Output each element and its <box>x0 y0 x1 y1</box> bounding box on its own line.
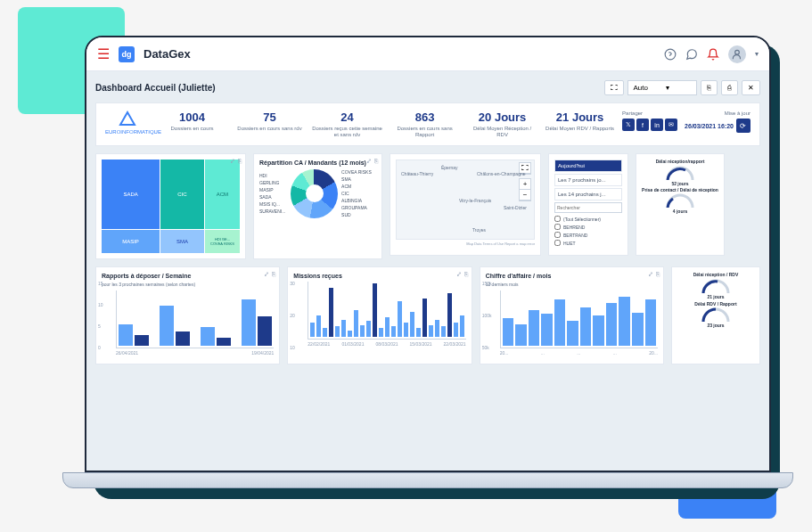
filter-search-input[interactable] <box>554 202 622 213</box>
kpi-delai-reception: 20 JoursDélai Moyen Réception / RDV <box>467 110 537 138</box>
company-logo: EUROINFORMATIQUE <box>105 110 150 135</box>
share-mail-icon[interactable]: ✉ <box>665 119 677 131</box>
share-linkedin-icon[interactable]: in <box>651 119 663 131</box>
missions-chart-card: ⤢⎘ Missions reçues 302010 22/02/202101/0… <box>287 266 472 364</box>
gauges-card-2: Délai réception / RDV 21 jours Délai RDV… <box>671 266 760 364</box>
filter-selectall[interactable]: (Tout Sélectionner) <box>554 216 622 222</box>
card-action-icon[interactable]: ⤢ <box>456 271 462 278</box>
brand-name: DataGex <box>144 47 191 61</box>
map-card: ⛶ +− Épernay Château-Thierry Châlons-en-… <box>390 153 541 256</box>
rapports-bar-chart[interactable] <box>116 291 274 348</box>
avatar[interactable] <box>728 45 746 63</box>
map-footer: Map Data Terms of Use Report a map error <box>396 241 535 246</box>
card-action-icon[interactable]: ⎘ <box>656 271 660 278</box>
expand-icon[interactable]: ⛶ <box>604 80 624 95</box>
bell-icon[interactable] <box>707 48 719 61</box>
missions-bar-chart[interactable] <box>308 282 465 340</box>
map[interactable]: ⛶ +− Épernay Château-Thierry Châlons-en-… <box>396 160 535 240</box>
treemap-cell[interactable]: ACM <box>205 160 240 229</box>
share-label: Partager <box>622 110 677 116</box>
kpi-dossiers-cours: 1004Dossiers en cours <box>157 110 227 132</box>
card-action-icon[interactable]: ⤢ <box>366 158 372 165</box>
treemap-cell[interactable]: MASIP <box>102 230 160 253</box>
filter-next14[interactable]: Les 14 prochains j... <box>554 188 622 201</box>
svg-point-1 <box>735 50 740 54</box>
ca-bar-chart[interactable] <box>500 291 658 348</box>
export-icon[interactable]: ⎘ <box>701 80 718 95</box>
rapports-chart-card: ⤢⎘ Rapports à déposer / Semaine pour les… <box>95 266 280 364</box>
filter-opt[interactable]: HUET <box>554 240 622 246</box>
card-action-icon[interactable]: ⤢ <box>230 158 235 165</box>
print-icon[interactable]: ⎙ <box>721 80 738 95</box>
update-label: Mise à jour <box>725 110 750 116</box>
topbar: ☰ dg DataGex ▾ <box>86 37 769 71</box>
kpi-sans-rdv: 75Dossiers en cours sans rdv <box>234 110 305 132</box>
treemap-cell[interactable]: CIC <box>160 160 204 229</box>
gauge-rdv-rapport <box>701 307 730 322</box>
pie-legend-left: HDI GERLINGMASIPSADAMSIS IQ...SURAVENI..… <box>259 172 287 215</box>
filter-opt[interactable]: BERTRAND <box>554 232 622 238</box>
kpi-recus-semaine: 24Dossiers reçus cette semaine et sans r… <box>312 110 382 138</box>
card-action-icon[interactable]: ⎘ <box>272 271 275 278</box>
map-zoom-in-icon[interactable]: + <box>520 179 530 190</box>
menu-icon[interactable]: ☰ <box>97 45 110 62</box>
app-logo: dg <box>119 46 135 62</box>
gauge-contact-reception <box>666 193 694 208</box>
ca-chart-card: ⤢⎘ Chiffre d'affaire / mois 12 derniers … <box>480 266 664 364</box>
filter-card: Aujourd'hui Les 7 prochains jo... Les 14… <box>548 153 628 256</box>
pie-chart[interactable] <box>291 169 338 218</box>
gauge-reception-rdv <box>701 279 730 293</box>
kpi-row: EUROINFORMATIQUE 1004Dossiers en cours 7… <box>95 102 760 146</box>
refresh-icon[interactable]: ⟳ <box>736 119 750 133</box>
treemap-cell[interactable]: HDI GE...COVEA RISKS <box>205 230 240 253</box>
kpi-delai-rdv: 21 JoursDélai Moyen RDV / Rapports <box>545 110 615 132</box>
treemap-card: ⤢⎘ SADA CIC ACM MASIP SMA HDI GE...COVEA… <box>95 153 246 259</box>
auto-select[interactable]: Auto ▾ <box>627 80 697 95</box>
kpi-sans-rapport: 863Dossiers en cours sans Rapport <box>390 110 460 138</box>
card-action-icon[interactable]: ⎘ <box>238 158 242 165</box>
filter-next7[interactable]: Les 7 prochains jo... <box>554 174 622 186</box>
filter-opt[interactable]: BEHREND <box>554 224 622 230</box>
treemap-cell[interactable]: SMA <box>160 230 204 253</box>
help-icon[interactable] <box>664 48 677 61</box>
update-date: 26/03/2021 16:20 <box>685 123 734 129</box>
gauges-card-1: Délai réception/rapport 52 jours Prise d… <box>636 153 725 256</box>
user-dropdown-icon[interactable]: ▾ <box>755 50 759 58</box>
close-icon[interactable]: ✕ <box>742 80 760 95</box>
card-action-icon[interactable]: ⎘ <box>374 158 378 165</box>
dashboard-title: Dashboard Accueil (Juliette) <box>95 83 216 93</box>
card-action-icon[interactable]: ⎘ <box>464 271 468 278</box>
pie-legend-right: COVEA RISKSSMAACMCICALBINGIAGROUPAMA SUD <box>341 168 376 218</box>
svg-point-0 <box>665 49 676 60</box>
share-facebook-icon[interactable]: f <box>636 119 649 131</box>
card-action-icon[interactable]: ⤢ <box>264 271 269 278</box>
gauge-reception-rapport <box>666 166 694 180</box>
treemap-cell[interactable]: SADA <box>102 160 160 229</box>
chat-icon[interactable] <box>685 48 698 61</box>
pie-card: ⤢⎘ Répartition CA / Mandants (12 mois) H… <box>253 153 382 259</box>
share-twitter-icon[interactable]: 𝕏 <box>622 119 635 131</box>
card-action-icon[interactable]: ⤢ <box>648 271 653 278</box>
map-zoom-out-icon[interactable]: − <box>520 190 530 201</box>
filter-today[interactable]: Aujourd'hui <box>554 160 622 172</box>
